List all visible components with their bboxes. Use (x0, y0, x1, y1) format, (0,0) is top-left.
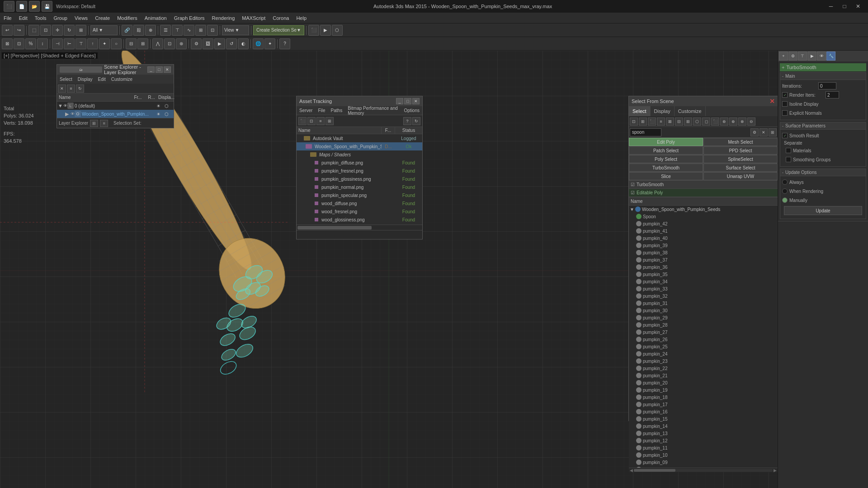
at-tb-btn3[interactable]: ≡ (316, 117, 325, 125)
redo-btn[interactable]: ↪ (14, 25, 24, 36)
align-btn[interactable]: ⊢ (64, 38, 75, 49)
sfs-search-box[interactable]: spoon (630, 128, 661, 136)
view-dropdown[interactable]: View ▼ (222, 25, 249, 35)
hierarchy-btn[interactable]: ⊤ (172, 25, 183, 36)
sfs-tb-btn1[interactable]: ⊡ (630, 117, 638, 126)
sfs-close-btn[interactable]: ✕ (769, 98, 775, 105)
schematic-btn[interactable]: ⊡ (207, 25, 218, 36)
at-scrollbar[interactable] (297, 225, 422, 230)
sfs-tb-btn2[interactable]: ⊞ (639, 117, 647, 126)
set-dropdown[interactable]: All ▼ (90, 25, 118, 35)
patch-select-btn[interactable]: Patch Select (629, 146, 703, 155)
sfs-tb-btn12[interactable]: ⊕ (729, 117, 737, 126)
sfs-tree-row[interactable]: ▼ Wooden_Spoon_with_Pumpkin_Seeds (629, 206, 778, 213)
sfs-tree-row[interactable]: pumpkin_10 (629, 451, 778, 459)
sfs-tree-row[interactable]: pumpkin_27 (629, 328, 778, 336)
sfs-tb-btn3[interactable]: ⬛ (648, 117, 656, 126)
sfs-tree-row[interactable]: pumpkin_17 (629, 401, 778, 408)
sfs-tree-row[interactable]: pumpkin_19 (629, 386, 778, 394)
sfs-tree-row[interactable]: pumpkin_38 (629, 249, 778, 256)
sfs-tb-btn13[interactable]: ⊗ (738, 117, 746, 126)
normal-align-btn[interactable]: ↑ (87, 38, 98, 49)
bind-btn[interactable]: ⊕ (145, 25, 156, 36)
at-row[interactable]: wood_fresnel.png Found (297, 207, 422, 216)
sfs-tree-row[interactable]: pumpkin_25 (629, 343, 778, 350)
at-tb-btn2[interactable]: ⊡ (307, 117, 316, 125)
sfs-tree-row[interactable]: pumpkin_14 (629, 422, 778, 430)
sfs-tree-row[interactable]: pumpkin_12 (629, 437, 778, 444)
expand-icon2[interactable]: ▶ (65, 111, 71, 117)
sfs-tree-row[interactable]: pumpkin_26 (629, 336, 778, 343)
explicit-normals-checkbox[interactable] (782, 110, 788, 116)
sfs-tb-btn7[interactable]: ⊞ (684, 117, 692, 126)
viewport[interactable]: [+] [Perspective] [Shaded + Edged Faces]… (0, 51, 778, 488)
se-close-btn[interactable]: ✕ (164, 66, 171, 73)
at-close-btn[interactable]: ✕ (412, 98, 420, 104)
curve-btn[interactable]: ∿ (184, 25, 194, 36)
active-shade-btn[interactable]: ◐ (238, 38, 249, 49)
menu-tools[interactable]: Tools (31, 13, 50, 23)
sfs-scroll-thumb[interactable] (634, 469, 675, 472)
at-menu-server[interactable]: Server (297, 106, 315, 115)
at-menu-file[interactable]: File (315, 106, 328, 115)
menu-edit[interactable]: Edit (15, 13, 31, 23)
iterations-input[interactable] (818, 82, 836, 89)
at-row[interactable]: pumpkin_normal.png Found (297, 183, 422, 191)
se-menu-select[interactable]: Select (57, 75, 75, 84)
spline-select-btn[interactable]: SplineSelect (703, 155, 778, 163)
manually-radio[interactable] (782, 197, 788, 203)
smoothing-groups-checkbox[interactable] (786, 157, 791, 162)
angle-snap-btn[interactable]: ⊡ (14, 38, 24, 49)
schematic-view-btn[interactable]: ⊡ (164, 38, 175, 49)
ts-update-header[interactable]: - Update Options (780, 169, 866, 176)
mesh-select-btn[interactable]: Mesh Select (703, 138, 778, 146)
se-close-icon-btn[interactable]: ✕ (58, 84, 66, 93)
at-menu-paths[interactable]: Paths (328, 106, 345, 115)
se-filter-btn[interactable]: ≡ (67, 84, 75, 93)
sfs-tree-row[interactable]: pumpkin_23 (629, 357, 778, 365)
rotate-btn[interactable]: ↻ (64, 25, 75, 36)
layer-btn[interactable]: ☰ (160, 25, 171, 36)
scene-explorer-titlebar[interactable]: 🗂 Scene Explorer - Layer Explorer _ □ ✕ (57, 65, 174, 75)
render-iters-checkbox[interactable] (782, 92, 788, 98)
at-row[interactable]: Wooden_Spoon_with_Pumpkin_Seeds_m... D..… (297, 142, 422, 150)
snap-toggle-btn[interactable]: ⊠ (2, 38, 13, 49)
modify-panel-btn[interactable]: ⚙ (788, 52, 797, 61)
sfs-tree-row[interactable]: pumpkin_36 (629, 263, 778, 271)
sfs-tree-row[interactable]: pumpkin_21 (629, 372, 778, 379)
sfs-tb-btn5[interactable]: ⊠ (666, 117, 674, 126)
sfs-expand-btn[interactable]: ⊞ (769, 128, 777, 136)
at-row[interactable]: Autodesk Vault Logged (297, 134, 422, 142)
layer-expand-btn[interactable]: ⊞ (90, 120, 98, 127)
menu-animation[interactable]: Animation (141, 13, 170, 23)
display-panel-btn[interactable]: 👁 (817, 52, 826, 61)
sfs-tree-row[interactable]: Spoon (629, 213, 778, 220)
sfs-tree-row[interactable]: pumpkin_42 (629, 220, 778, 227)
isoline-checkbox[interactable] (782, 101, 788, 107)
at-row[interactable]: pumpkin_glossiness.png Found (297, 175, 422, 183)
at-row[interactable]: pumpkin_diffuse.png Found (297, 159, 422, 167)
move-btn[interactable]: ✛ (52, 25, 63, 36)
manage-layers-btn[interactable]: ⊟ (126, 38, 137, 49)
ppd-select-btn[interactable]: PPD Select (703, 146, 778, 155)
sfs-tab-display[interactable]: Display (651, 106, 675, 116)
utilities-panel-btn[interactable]: 🔧 (826, 52, 835, 61)
sfs-tree-row[interactable]: pumpkin_13 (629, 430, 778, 437)
layer-settings-btn[interactable]: ≡ (100, 120, 108, 127)
sfs-tree-row[interactable]: pumpkin_39 (629, 242, 778, 249)
tree-row[interactable]: ▼ 👁 L 0 (default) ☀ ⬡ (57, 102, 174, 110)
sfs-tree-row[interactable]: pumpkin_41 (629, 227, 778, 235)
motion-panel-btn[interactable]: ▶ (807, 52, 816, 61)
menu-help[interactable]: Help (292, 13, 310, 23)
select-obj-btn[interactable]: ⬚ (28, 25, 39, 36)
se-menu-display[interactable]: Display (75, 75, 95, 84)
sfs-tree-row[interactable]: pumpkin_16 (629, 408, 778, 415)
smooth-result-checkbox[interactable] (782, 133, 788, 138)
rendered-frame-btn[interactable]: 🖼 (203, 38, 213, 49)
render-iters-input[interactable] (826, 91, 839, 99)
sfs-tb-btn4[interactable]: ≡ (657, 117, 665, 126)
turbosmooth-btn[interactable]: TurboSmooth (629, 164, 703, 172)
se-menu-customize[interactable]: Customize (108, 75, 135, 84)
unwrap-uvw-btn[interactable]: Unwrap UVW (703, 172, 778, 180)
slice-btn[interactable]: Slice (629, 172, 703, 180)
